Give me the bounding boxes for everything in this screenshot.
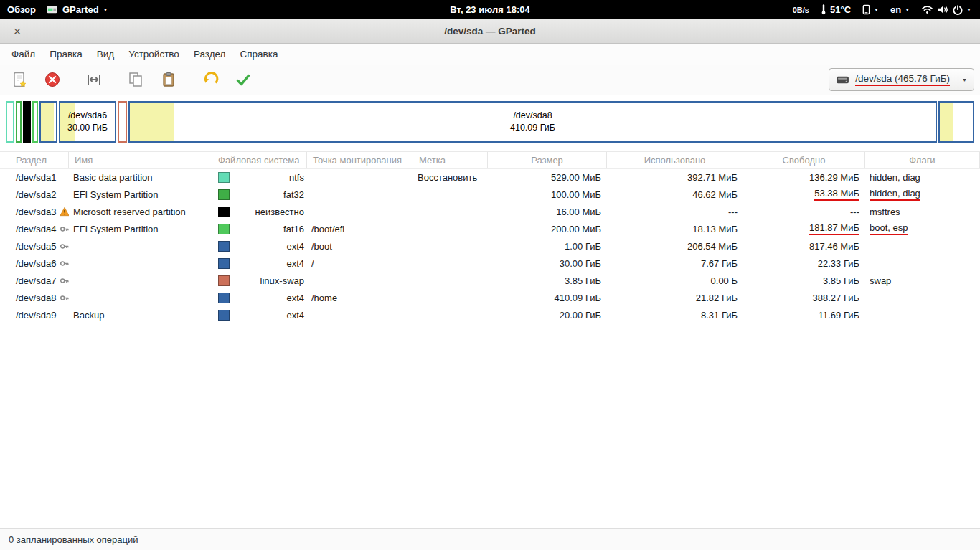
cell-flags: swap bbox=[865, 275, 980, 286]
fs-color-swatch bbox=[218, 258, 230, 269]
cell-size: 200.00 МиБ bbox=[488, 224, 607, 234]
cell-used: 8.31 ГиБ bbox=[607, 310, 743, 321]
app-menu-button[interactable]: GParted ▼ bbox=[46, 4, 108, 15]
cell-label: Восстановить bbox=[413, 172, 488, 183]
table-row-sda3[interactable]: /dev/sda3Microsoft reserved partitionнеи… bbox=[0, 203, 980, 220]
menu-item-help[interactable]: Справка bbox=[233, 45, 286, 63]
partition-segment-sda4[interactable] bbox=[32, 101, 38, 143]
cell-filesystem: fat32 bbox=[215, 189, 307, 200]
cell-filesystem: ext4 bbox=[215, 241, 307, 252]
column-header-name[interactable]: Имя bbox=[69, 152, 215, 168]
column-header-free[interactable]: Свободно bbox=[743, 152, 865, 168]
cell-mount-point: /boot/efi bbox=[307, 224, 413, 234]
clock[interactable]: Вт, 23 июля 18:04 bbox=[450, 4, 529, 15]
delete-partition-icon bbox=[44, 71, 61, 88]
network-speed-indicator[interactable]: 0В/s bbox=[793, 6, 809, 14]
fs-color-swatch bbox=[218, 189, 230, 200]
delete-partition-button[interactable] bbox=[39, 67, 66, 92]
partition-segment-sda5[interactable] bbox=[39, 101, 57, 143]
temperature-indicator[interactable]: 51°C bbox=[821, 4, 851, 15]
cell-partition: /dev/sda3 bbox=[0, 207, 69, 217]
keyboard-layout-menu[interactable]: en ▼ bbox=[890, 4, 910, 15]
partition-segment-sda6[interactable]: /dev/sda630.00 ГиБ bbox=[59, 101, 116, 143]
table-row-sda2[interactable]: /dev/sda2EFI System Partitionfat32100.00… bbox=[0, 186, 980, 203]
menu-item-view[interactable]: Вид bbox=[90, 45, 121, 63]
table-row-sda9[interactable]: /dev/sda9Backupext420.00 ГиБ8.31 ГиБ11.6… bbox=[0, 306, 980, 323]
fs-color-swatch bbox=[218, 241, 230, 252]
window-titlebar: × /dev/sda — GParted bbox=[0, 19, 980, 44]
caret-down-icon: ▼ bbox=[966, 7, 971, 12]
cell-size: 100.00 МиБ bbox=[488, 189, 607, 200]
keyboard-layout-label: en bbox=[890, 4, 901, 15]
cell-mount-point: /boot bbox=[307, 241, 413, 252]
system-status-menu[interactable]: ▼ bbox=[921, 5, 971, 15]
cell-partition: /dev/sda4 bbox=[0, 224, 69, 234]
cell-filesystem: fat16 bbox=[215, 224, 307, 234]
column-header-label[interactable]: Метка bbox=[413, 152, 488, 168]
column-header-flags[interactable]: Флаги bbox=[865, 152, 980, 168]
menu-item-file[interactable]: Файл bbox=[4, 45, 42, 63]
column-header-size[interactable]: Размер bbox=[488, 152, 607, 168]
fs-color-swatch bbox=[218, 310, 230, 321]
cell-free: 388.27 ГиБ bbox=[743, 293, 865, 303]
table-header: РазделИмяФайловая системаТочка монтирова… bbox=[0, 151, 980, 169]
column-header-mount[interactable]: Точка монтирования bbox=[307, 152, 413, 168]
menu-item-edit[interactable]: Правка bbox=[42, 45, 90, 63]
table-row-sda8[interactable]: /dev/sda8ext4/home410.09 ГиБ21.82 ГиБ388… bbox=[0, 289, 980, 306]
cell-filesystem: ext4 bbox=[215, 310, 307, 321]
device-selector[interactable]: /dev/sda (465.76 ГиБ) ▼ bbox=[829, 68, 974, 91]
cell-free: 53.38 МиБ bbox=[743, 188, 865, 201]
column-header-partition[interactable]: Раздел bbox=[0, 152, 69, 168]
gnome-top-bar: Обзор GParted ▼ Вт, 23 июля 18:04 0В/s 5… bbox=[0, 0, 980, 19]
window-close-button[interactable]: × bbox=[9, 23, 26, 40]
cell-size: 529.00 МиБ bbox=[488, 172, 607, 183]
column-header-fs[interactable]: Файловая система bbox=[215, 152, 307, 168]
window-title: /dev/sda — GParted bbox=[0, 26, 980, 37]
cell-flags: boot, esp bbox=[865, 222, 980, 235]
power-icon bbox=[953, 5, 963, 15]
menu-item-partition[interactable]: Раздел bbox=[187, 45, 233, 63]
gparted-app-icon bbox=[46, 5, 58, 14]
undo-icon bbox=[202, 71, 219, 88]
cell-flags: msftres bbox=[865, 207, 980, 217]
table-row-sda4[interactable]: /dev/sda4EFI System Partitionfat16/boot/… bbox=[0, 220, 980, 237]
partition-segment-sda2[interactable] bbox=[16, 101, 22, 143]
tablet-menu[interactable]: ▼ bbox=[862, 4, 879, 15]
partition-segment-sda9[interactable] bbox=[938, 101, 974, 143]
table-row-sda6[interactable]: /dev/sda6ext4/30.00 ГиБ7.67 ГиБ22.33 ГиБ bbox=[0, 255, 980, 272]
partition-segment-sda1[interactable] bbox=[6, 101, 14, 143]
partition-segment-sda8[interactable]: /dev/sda8410.09 ГиБ bbox=[128, 101, 937, 143]
table-row-sda7[interactable]: /dev/sda7linux-swap3.85 ГиБ0.00 Б3.85 Ги… bbox=[0, 272, 980, 289]
activities-button[interactable]: Обзор bbox=[7, 4, 36, 15]
thermometer-icon bbox=[821, 4, 826, 15]
tablet-icon bbox=[862, 4, 870, 15]
cell-size: 16.00 МиБ bbox=[488, 207, 607, 217]
cell-mount-point: /home bbox=[307, 293, 413, 303]
undo-button[interactable] bbox=[197, 67, 224, 92]
used-space-indicator bbox=[940, 103, 953, 141]
copy-button[interactable] bbox=[122, 67, 149, 92]
cell-partition: /dev/sda7 bbox=[0, 275, 69, 286]
column-header-used[interactable]: Использовано bbox=[607, 152, 743, 168]
partition-segment-sda3[interactable] bbox=[23, 101, 31, 143]
cell-name: EFI System Partition bbox=[69, 189, 215, 200]
resize-move-button[interactable] bbox=[80, 67, 108, 92]
menu-item-device[interactable]: Устройство bbox=[121, 45, 187, 63]
cell-filesystem: linux-swap bbox=[215, 275, 307, 286]
temperature-value: 51°C bbox=[830, 4, 851, 15]
device-selector-label: /dev/sda (465.76 ГиБ) bbox=[855, 73, 950, 86]
cell-size: 20.00 ГиБ bbox=[488, 310, 607, 321]
cell-used: 7.67 ГиБ bbox=[607, 258, 743, 269]
table-row-sda1[interactable]: /dev/sda1Basic data partitionntfsВосстан… bbox=[0, 169, 980, 186]
paste-button[interactable] bbox=[155, 67, 182, 92]
cell-name: Basic data partition bbox=[69, 172, 215, 183]
apply-button[interactable] bbox=[230, 67, 257, 92]
partition-segment-sda7[interactable] bbox=[118, 101, 127, 143]
partition-table-body: /dev/sda1Basic data partitionntfsВосстан… bbox=[0, 169, 980, 323]
used-space-indicator bbox=[41, 103, 54, 141]
cell-used: --- bbox=[607, 207, 743, 217]
cell-name: Backup bbox=[69, 310, 215, 321]
caret-down-icon: ▼ bbox=[874, 7, 879, 12]
table-row-sda5[interactable]: /dev/sda5ext4/boot1.00 ГиБ206.54 МиБ817.… bbox=[0, 237, 980, 255]
new-partition-button[interactable] bbox=[6, 67, 33, 92]
